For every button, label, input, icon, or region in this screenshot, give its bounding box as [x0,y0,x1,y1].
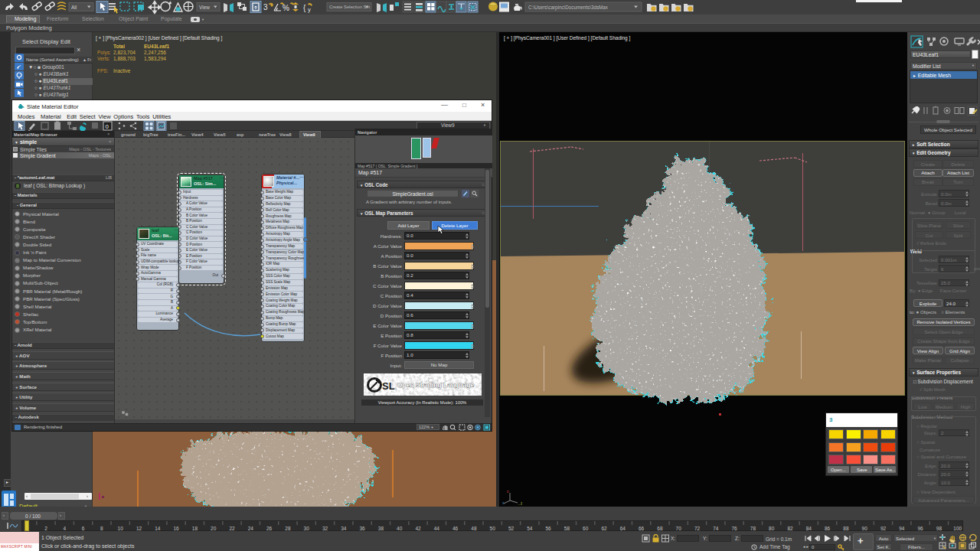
svg-text:72: 72 [694,526,701,531]
svg-text:34: 34 [341,526,347,531]
svg-text:62: 62 [601,526,607,531]
svg-text:90: 90 [862,526,868,531]
svg-text:28: 28 [285,526,291,531]
svg-text:8: 8 [100,526,103,531]
svg-text:56: 56 [545,526,551,531]
svg-text:74: 74 [713,526,719,531]
svg-text:0: 0 [106,123,109,130]
svg-text:32: 32 [322,526,328,531]
svg-text:48: 48 [471,526,477,531]
svg-text:y: y [308,6,311,13]
svg-text:40: 40 [397,526,403,531]
svg-text:3: 3 [263,3,268,11]
svg-text:All: All [71,5,77,10]
svg-text:26: 26 [266,526,273,531]
svg-text:94: 94 [899,526,905,531]
svg-text:42: 42 [415,526,421,531]
svg-text:54: 54 [527,526,533,531]
svg-text:C:\Users\carpinc\Documents\3ds: C:\Users\carpinc\Documents\3dsMax [528,5,609,11]
svg-text:Create Selection Set: Create Selection Set [329,5,371,9]
svg-text:82: 82 [787,526,793,531]
svg-text:68: 68 [657,526,663,531]
svg-text:{: { [303,4,306,12]
svg-text:%: % [283,4,289,12]
svg-text:46: 46 [452,526,459,531]
svg-text:20: 20 [211,526,217,531]
svg-text:76: 76 [731,526,737,531]
svg-text:50: 50 [490,526,496,531]
svg-text:58: 58 [564,526,570,531]
svg-text:16: 16 [173,526,179,531]
svg-text:x: x [502,500,505,505]
svg-text:86: 86 [825,526,831,531]
svg-text:38: 38 [378,526,384,531]
svg-text:6: 6 [82,526,85,531]
svg-text:30: 30 [304,526,310,531]
svg-text:...Bs: ...Bs [518,501,522,505]
svg-text:66: 66 [639,526,645,531]
svg-text:12: 12 [136,526,142,531]
svg-text:64: 64 [620,526,626,531]
svg-text:98: 98 [936,526,942,531]
svg-text:Open Shading Language: Open Shading Language [397,381,474,389]
svg-text:z: z [507,489,509,494]
svg-text:44: 44 [434,526,440,531]
svg-text:84: 84 [806,526,812,531]
svg-text:22: 22 [229,526,235,531]
svg-text:10: 10 [118,526,124,531]
svg-text:70: 70 [676,526,682,531]
svg-text:80: 80 [769,526,775,531]
svg-text:18: 18 [192,526,198,531]
svg-text:4: 4 [63,526,66,531]
svg-text:2: 2 [44,526,47,531]
svg-text:View: View [199,5,210,10]
svg-text:14: 14 [155,526,161,531]
svg-text:24: 24 [248,526,254,531]
svg-text:88: 88 [843,526,849,531]
svg-text:78: 78 [750,526,756,531]
svg-text:SL: SL [382,380,395,392]
svg-text:36: 36 [359,526,365,531]
svg-text:92: 92 [880,526,887,531]
svg-text:100: 100 [953,526,962,531]
svg-text:96: 96 [917,526,923,531]
svg-text:60: 60 [583,526,589,531]
svg-text:52: 52 [508,526,514,531]
